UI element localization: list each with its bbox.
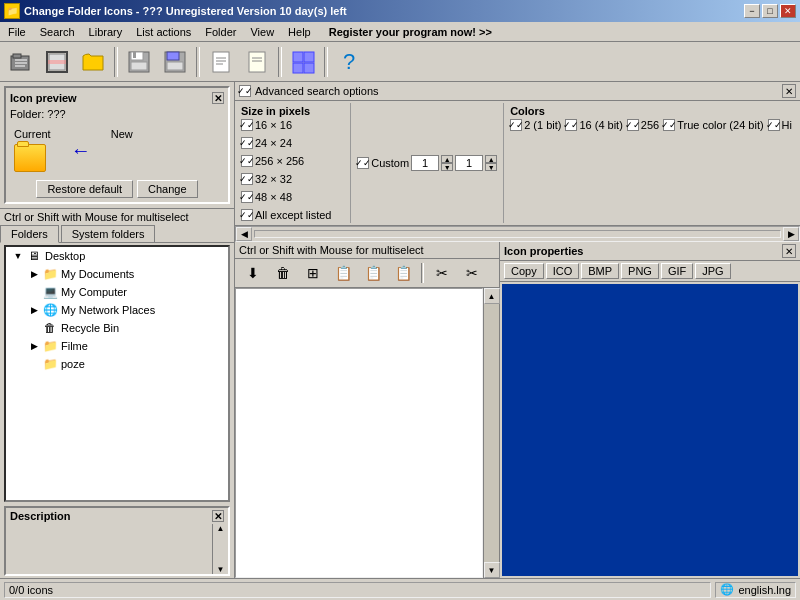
tree-item-desktop[interactable]: ▼ 🖥 Desktop	[6, 247, 228, 265]
menu-library[interactable]: Library	[83, 24, 129, 40]
props-gif-btn[interactable]: GIF	[661, 263, 693, 279]
tree-item-filme[interactable]: ▶ 📁 Filme	[6, 337, 228, 355]
props-bmp-btn[interactable]: BMP	[581, 263, 619, 279]
folder-label: Folder: ???	[10, 108, 224, 120]
vscroll-down[interactable]: ▼	[484, 562, 500, 578]
status-language: 🌐 english.lng	[715, 582, 796, 598]
menu-search[interactable]: Search	[34, 24, 81, 40]
spin-up-2[interactable]: ▲	[485, 155, 497, 163]
expander-filme[interactable]: ▶	[26, 341, 42, 351]
color-256[interactable]: ✓256	[627, 119, 659, 131]
ia-btn-del[interactable]: 🗑	[269, 261, 297, 285]
toolbar-btn-help[interactable]: ?	[332, 45, 366, 79]
colors-block: Colors ✓2 (1 bit) ✓16 (4 bit) ✓256 ✓True…	[503, 103, 798, 223]
tree-item-recyclebin[interactable]: 🗑 Recycle Bin	[6, 319, 228, 337]
size-256x256[interactable]: ✓256 × 256	[241, 155, 304, 167]
maximize-button[interactable]: □	[762, 4, 778, 18]
custom-label: Custom	[371, 157, 409, 169]
toolbar-btn-1[interactable]	[4, 45, 38, 79]
scroll-left-btn[interactable]: ◀	[236, 227, 252, 241]
ia-btn-paste2[interactable]: 📋	[359, 261, 387, 285]
expander-mydocs[interactable]: ▶	[26, 269, 42, 279]
icon-preview-close[interactable]: ✕	[212, 92, 224, 104]
icon-recyclebin: 🗑	[42, 320, 58, 336]
ia-btn-copy[interactable]: ⊞	[299, 261, 327, 285]
adv-search-close[interactable]: ✕	[782, 84, 796, 98]
ia-btn-cut2[interactable]: ✂	[458, 261, 486, 285]
icon-mydocs: 📁	[42, 266, 58, 282]
description-content	[6, 524, 212, 574]
ia-btn-paste[interactable]: 📋	[329, 261, 357, 285]
toolbar-btn-7[interactable]	[240, 45, 274, 79]
tree-item-mynetwork[interactable]: ▶ 🌐 My Network Places	[6, 301, 228, 319]
spin-up-1[interactable]: ▲	[441, 155, 453, 163]
toolbar-btn-2[interactable]	[40, 45, 74, 79]
folder-tree[interactable]: ▼ 🖥 Desktop ▶ 📁 My Documents 💻 My Comput…	[4, 245, 230, 502]
adv-search-checkbox[interactable]: ✓	[239, 85, 251, 97]
menu-folder[interactable]: Folder	[199, 24, 242, 40]
size-options-block: Size in pixels ✓16 × 16 ✓24 × 24 ✓256 × …	[237, 103, 350, 223]
tab-system-folders[interactable]: System folders	[61, 225, 156, 242]
minimize-button[interactable]: −	[744, 4, 760, 18]
scroll-down-btn[interactable]: ▼	[217, 565, 225, 574]
icon-list-content[interactable]	[235, 288, 483, 578]
label-filme: Filme	[61, 340, 88, 352]
expander-mynetwork[interactable]: ▶	[26, 305, 42, 315]
size-24x24[interactable]: ✓24 × 24	[241, 137, 292, 149]
toolbar-btn-8[interactable]	[286, 45, 320, 79]
menu-view[interactable]: View	[244, 24, 280, 40]
size-48x48[interactable]: ✓48 × 48	[241, 191, 292, 203]
svg-rect-23	[304, 52, 314, 62]
custom-input-1[interactable]	[411, 155, 439, 171]
toolbar-btn-4[interactable]	[122, 45, 156, 79]
svg-rect-14	[167, 62, 183, 70]
custom-checkbox[interactable]: ✓	[357, 157, 369, 169]
menu-help[interactable]: Help	[282, 24, 317, 40]
props-ico-btn[interactable]: ICO	[546, 263, 580, 279]
app-icon: 📁	[4, 3, 20, 19]
custom-input-2[interactable]	[455, 155, 483, 171]
size-32x32[interactable]: ✓32 × 32	[241, 173, 292, 185]
props-jpg-btn[interactable]: JPG	[695, 263, 730, 279]
color-16bit[interactable]: ✓16 (4 bit)	[565, 119, 622, 131]
vscroll-up[interactable]: ▲	[484, 288, 500, 304]
size-all-except[interactable]: ✓All except listed	[241, 209, 331, 221]
color-hi[interactable]: ✓Hi	[768, 119, 792, 131]
scroll-up-btn[interactable]: ▲	[217, 524, 225, 533]
toolbar-btn-5[interactable]	[158, 45, 192, 79]
scroll-track[interactable]	[254, 230, 781, 238]
description-close[interactable]: ✕	[212, 510, 224, 522]
props-png-btn[interactable]: PNG	[621, 263, 659, 279]
spin-down-2[interactable]: ▼	[485, 163, 497, 171]
svg-rect-10	[133, 52, 136, 58]
close-button[interactable]: ✕	[780, 4, 796, 18]
toolbar-separator-2	[196, 47, 200, 77]
tab-folders[interactable]: Folders	[0, 225, 59, 243]
restore-default-button[interactable]: Restore default	[36, 180, 133, 198]
color-2bit[interactable]: ✓2 (1 bit)	[510, 119, 561, 131]
tree-item-mydocs[interactable]: ▶ 📁 My Documents	[6, 265, 228, 283]
menu-file[interactable]: File	[2, 24, 32, 40]
tree-item-mycomputer[interactable]: 💻 My Computer	[6, 283, 228, 301]
size-checkboxes: ✓16 × 16 ✓24 × 24 ✓256 × 256 ✓32 × 32 ✓4…	[241, 119, 346, 221]
register-text[interactable]: Register your program now! >>	[329, 26, 492, 38]
toolbar-btn-3[interactable]	[76, 45, 110, 79]
size-16x16[interactable]: ✓16 × 16	[241, 119, 292, 131]
props-close[interactable]: ✕	[782, 244, 796, 258]
ia-btn-paste3[interactable]: 📋	[389, 261, 417, 285]
vscroll-track[interactable]	[484, 304, 499, 562]
props-copy-btn[interactable]: Copy	[504, 263, 544, 279]
toolbar-btn-6[interactable]	[204, 45, 238, 79]
menu-bar: File Search Library List actions Folder …	[0, 22, 800, 42]
change-button[interactable]: Change	[137, 180, 198, 198]
color-truecolor[interactable]: ✓True color (24 bit)	[663, 119, 763, 131]
expander-desktop[interactable]: ▼	[10, 251, 26, 261]
horizontal-scroll[interactable]: ◀ ▶	[235, 226, 800, 242]
scroll-right-btn[interactable]: ▶	[783, 227, 799, 241]
menu-list-actions[interactable]: List actions	[130, 24, 197, 40]
spin-down-1[interactable]: ▼	[441, 163, 453, 171]
ia-btn-cut[interactable]: ✂	[428, 261, 456, 285]
ia-btn-down[interactable]: ⬇	[239, 261, 267, 285]
tree-item-poze[interactable]: 📁 poze	[6, 355, 228, 373]
status-icon-count: 0/0 icons	[4, 582, 711, 598]
